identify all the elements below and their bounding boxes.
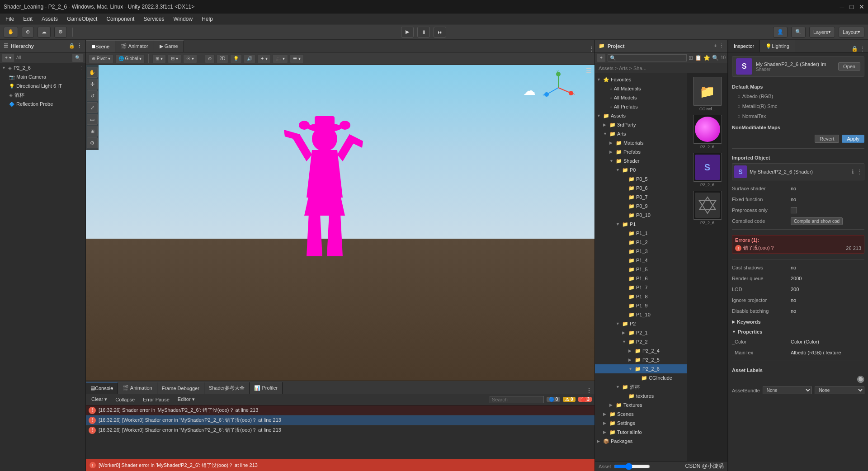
tab-game[interactable]: ▶ Game (154, 40, 184, 52)
scene-rect-ctrl[interactable]: ▭ (87, 114, 98, 125)
tree-p2-2-5[interactable]: ▶ 📁 P2_2_5 (595, 355, 687, 364)
error-pause-btn[interactable]: Error Pause (140, 396, 172, 403)
project-icon-2[interactable]: 📋 (695, 55, 702, 61)
scene-hand-ctrl[interactable]: ✋ (87, 67, 98, 78)
inspector-more[interactable]: ⋮ (860, 46, 865, 52)
scene-tab-more[interactable]: ⋮ (589, 46, 594, 52)
tree-materials[interactable]: ▶ 📁 Materials (595, 138, 687, 147)
menu-assets[interactable]: Assets (38, 15, 61, 23)
tree-wineglass[interactable]: ▼ 📁 酒杯 (595, 382, 687, 391)
tree-cginclude[interactable]: 📁 CGInclude (595, 373, 687, 382)
menu-edit[interactable]: Edit (19, 15, 36, 23)
project-icon-1[interactable]: ⊞ (689, 55, 693, 61)
tree-p0-7[interactable]: 📁 P0_7 (595, 193, 687, 202)
asset-p2-2-6-shader[interactable]: S P2_2_6 (691, 153, 724, 187)
tab-lighting[interactable]: 💡 Lighting (760, 40, 795, 52)
scene-view-btn[interactable]: 🎥 ▾ (273, 54, 288, 63)
project-icon-4[interactable]: 🔍 (712, 55, 719, 61)
console-msg-0[interactable]: ! [16:32:26] Shader error in 'MyShader/P… (86, 405, 594, 415)
tree-assets[interactable]: ▼ 📁 Assets (595, 111, 687, 120)
hierarchy-more-icon[interactable]: ⋮ (77, 43, 82, 49)
clear-btn[interactable]: Clear ▾ (89, 396, 110, 403)
console-msg-2[interactable]: ! [16:32:26] [Worker0] Shader error in '… (86, 425, 594, 435)
tree-p2-2[interactable]: ▼ 📁 P2_2 (595, 337, 687, 346)
keywords-section[interactable]: ▶ Keywords (732, 317, 864, 325)
collapse-btn[interactable]: Collapse (113, 396, 137, 403)
scene-scale-ctrl[interactable]: ⤢ (87, 102, 98, 113)
hierarchy-item-camera[interactable]: 📷 Main Camera (0, 72, 85, 81)
tree-p1-10[interactable]: 📁 P1_10 (595, 310, 687, 319)
tab-console[interactable]: ▤ Console (86, 382, 118, 394)
hierarchy-root[interactable]: ▼ ◈ P2_2_6 ⋮ (0, 63, 85, 72)
compile-button[interactable]: Compile and show cod (791, 217, 843, 225)
tree-p2-2-4[interactable]: ▶ 📁 P2_2_4 (595, 346, 687, 355)
menu-help[interactable]: Help (198, 15, 217, 23)
layout-button[interactable]: Layout ▾ (839, 27, 864, 38)
tree-tutorial[interactable]: ▶ 📁 TutorialInfo (595, 428, 687, 437)
pause-button[interactable]: ⏸ (417, 27, 430, 38)
tab-shader-ref[interactable]: Shader参考大全 (204, 382, 250, 394)
tree-p0-10[interactable]: 📁 P0_10 (595, 211, 687, 220)
tree-p1-7[interactable]: 📁 P1_7 (595, 283, 687, 292)
menu-window[interactable]: Window (170, 15, 196, 23)
asset-bundle-select[interactable]: None (763, 386, 812, 394)
tree-p2[interactable]: ▼ 📁 P2 (595, 319, 687, 328)
tree-all-materials[interactable]: ○ All Materials (595, 84, 687, 93)
scene-transform-ctrl[interactable]: ⊞ (87, 126, 98, 137)
toolbar-target-tool[interactable]: ⊕ (22, 27, 34, 38)
scene-rotate-ctrl[interactable]: ↺ (87, 90, 98, 101)
asset-size-slider[interactable] (614, 463, 650, 470)
menu-gameobject[interactable]: GameObject (63, 15, 101, 23)
tree-p1-3[interactable]: 📁 P1_3 (595, 247, 687, 256)
toolbar-cloud[interactable]: ☁ (38, 27, 51, 38)
console-msg-1[interactable]: ! [16:32:26] [Worker0] Shader error in '… (86, 415, 594, 425)
tab-animation[interactable]: 🎬 Animation (118, 382, 157, 394)
asset-cginclude[interactable]: 📁 CGIncl... (691, 77, 724, 111)
toolbar-settings[interactable]: ⚙ (54, 27, 67, 38)
tree-all-prefabs[interactable]: ○ All Prefabs (595, 102, 687, 111)
imported-more-icon[interactable]: ⋮ (857, 169, 862, 175)
hierarchy-lock-icon[interactable]: 🔒 (69, 43, 75, 49)
tree-p0-9[interactable]: 📁 P0_9 (595, 202, 687, 211)
asset-bundle-variant-select[interactable]: None (815, 386, 864, 394)
tree-p1-9[interactable]: 📁 P1_9 (595, 301, 687, 310)
minimize-button[interactable]: ─ (840, 3, 844, 10)
asset-labels-icon-1[interactable]: 🔘 (857, 376, 864, 383)
project-search[interactable] (608, 54, 687, 61)
global-btn[interactable]: 🌐 Global ▾ (115, 54, 145, 63)
apply-button[interactable]: Apply (842, 135, 864, 143)
tree-p2-2-6[interactable]: ▼ 📁 P2_2_6 (595, 364, 687, 373)
tab-animator[interactable]: 🎬 Animator (115, 40, 154, 52)
tree-scenes[interactable]: ▶ 📁 Scenes (595, 410, 687, 419)
tree-p0-6[interactable]: 📁 P0_6 (595, 184, 687, 193)
tree-p1-6[interactable]: 📁 P1_6 (595, 274, 687, 283)
tree-prefabs[interactable]: ▶ 📁 Prefabs (595, 147, 687, 156)
tab-scene[interactable]: ◼ Scene (86, 40, 115, 52)
search-button[interactable]: 🔍 (791, 27, 806, 38)
tree-packages[interactable]: ▶ 📦 Packages (595, 437, 687, 446)
inspector-lock[interactable]: 🔒 (851, 46, 858, 52)
scene-fx[interactable]: ✦ ▾ (257, 54, 271, 63)
snap-btn[interactable]: ⊟ ▾ (168, 54, 181, 63)
asset-p2-2-6-mat[interactable]: P2_2_6 (691, 115, 724, 149)
close-button[interactable]: ✕ (859, 3, 864, 10)
open-button[interactable]: Open (838, 62, 860, 71)
tree-settings[interactable]: ▶ 📁 Settings (595, 419, 687, 428)
menu-component[interactable]: Component (103, 15, 138, 23)
menu-services[interactable]: Services (140, 15, 168, 23)
hierarchy-root-menu[interactable]: ⋮ (79, 66, 84, 71)
tree-3rdparty[interactable]: ▶ 📁 3rdParty (595, 120, 687, 129)
console-search[interactable] (490, 396, 544, 403)
scene-view[interactable]: ☁ (86, 65, 594, 381)
pivot-btn[interactable]: ⊕ Pivot ▾ (89, 54, 113, 63)
tree-p0-5[interactable]: 📁 P0_5 (595, 174, 687, 184)
scene-hamburger[interactable]: ☰ (586, 67, 592, 74)
project-more-icon[interactable]: ⋮ (719, 43, 724, 49)
scene-audio[interactable]: 🔊 (244, 54, 255, 63)
project-add-btn[interactable]: + (597, 53, 606, 62)
hierarchy-item-cup[interactable]: ◈ 酒杯 (0, 90, 85, 99)
tree-p1[interactable]: ▼ 📁 P1 (595, 220, 687, 229)
grid-btn[interactable]: ⊞ ▾ (152, 54, 166, 63)
tree-textures[interactable]: ▶ 📁 Textures (595, 400, 687, 410)
tree-p1-2[interactable]: 📁 P1_2 (595, 238, 687, 247)
